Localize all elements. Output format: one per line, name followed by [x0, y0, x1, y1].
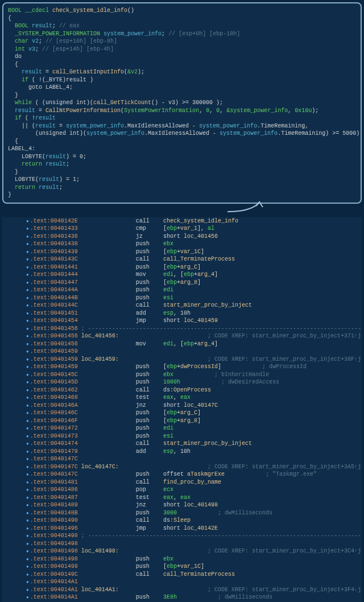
disasm-line[interactable]: .text:00401487 test eax, eax: [2, 494, 362, 502]
code-line[interactable]: while ( (unsigned int)(call_GetTickCount…: [8, 99, 356, 107]
code-line[interactable]: do: [8, 53, 356, 61]
disasm-line[interactable]: .text:00401454 jmp short loc_401459: [2, 317, 362, 325]
disasm-line[interactable]: .text:00401459: [2, 348, 362, 356]
code-line[interactable]: {: [8, 15, 356, 23]
disasm-line[interactable]: .text:0040147C push offset aTaskmgrExe ;…: [2, 471, 362, 479]
separator-line: .text:00401456 ; -----------------------…: [2, 325, 362, 333]
disasm-line[interactable]: .text:00401489 jnz short loc_401498: [2, 501, 362, 509]
code-line[interactable]: BOOL result; // eax: [8, 22, 356, 30]
disasm-line[interactable]: .text:00401499 push [ebp+var_1C]: [2, 563, 362, 571]
code-line[interactable]: || (result = system_power_info.MaxIdlene…: [8, 122, 356, 130]
disasm-line[interactable]: .text:004014A1 push 3E8h ; dwMillisecond…: [2, 593, 362, 601]
code-line[interactable]: if ( !result: [8, 114, 356, 122]
disasm-line[interactable]: .text:00401481 call find_proc_by_name: [2, 479, 362, 486]
disasm-label[interactable]: .text:004014A1 loc_4014A1: ; CODE XREF: …: [2, 586, 362, 594]
disasm-label[interactable]: .text:00401456 loc_401456: ; CODE XREF: …: [2, 332, 362, 340]
code-line[interactable]: LOBYTE(result) = 0;: [8, 153, 356, 161]
disasm-line[interactable]: .text:00401474 call start_miner_proc_by_…: [2, 440, 362, 448]
disasm-line[interactable]: .text:00401473 push esi: [2, 432, 362, 440]
code-line[interactable]: int v3; // [esp+14h] [ebp-4h]: [8, 46, 356, 53]
disasm-line[interactable]: .text:0040144C call start_miner_proc_by_…: [2, 302, 362, 310]
disasm-line[interactable]: .text:00401490 call ds:Sleep: [2, 517, 362, 525]
code-line[interactable]: LABEL_4:: [8, 145, 356, 153]
code-line[interactable]: _SYSTEM_POWER_INFORMATION system_power_i…: [8, 30, 356, 38]
disasm-line[interactable]: .text:00401459 push [ebp+dwProcessId] ; …: [2, 363, 362, 371]
code-line[interactable]: {: [8, 138, 356, 146]
callout-arrow-icon: [228, 200, 273, 215]
disasm-label[interactable]: .text:00401459 loc_401459: ; CODE XREF: …: [2, 356, 362, 364]
disasm-line[interactable]: .text:0040146A jnz short loc_40147C: [2, 402, 362, 410]
disasm-line[interactable]: .text:0040142E call check_system_idle_in…: [2, 217, 362, 225]
code-line[interactable]: result = call_GetLastInputInfo(&v2);: [8, 68, 356, 76]
decompiled-code-panel: BOOL __cdecl check_system_idle_info(){ B…: [2, 2, 362, 204]
separator-line: .text:00401498 ; -----------------------…: [2, 532, 362, 540]
code-line[interactable]: }: [8, 92, 356, 100]
disasm-line[interactable]: .text:00401496 jmp short loc_40142E: [2, 525, 362, 533]
disasm-line[interactable]: .text:00401447 push [ebp+arg_8]: [2, 279, 362, 287]
disasm-line[interactable]: .text:00401462 call ds:OpenProcess: [2, 386, 362, 394]
disasm-line[interactable]: .text:00401439 push [ebp+var_1C]: [2, 248, 362, 256]
code-line[interactable]: char v2; // [esp+10h] [ebp-8h]: [8, 38, 356, 46]
disassembly-listing: .text:0040142E call check_system_idle_in…: [2, 217, 362, 603]
disasm-line[interactable]: .text:00401451 add esp, 10h: [2, 310, 362, 318]
disasm-line[interactable]: .text:0040148B push 3000 ; dwMillisecond…: [2, 509, 362, 517]
disasm-line[interactable]: .text:0040149C call call_TerminateProces…: [2, 571, 362, 579]
disasm-line[interactable]: .text:00401498: [2, 540, 362, 548]
code-line[interactable]: goto LABEL_4;: [8, 84, 356, 92]
disasm-label[interactable]: .text:0040147C loc_40147C: ; CODE XREF: …: [2, 463, 362, 471]
disasm-line[interactable]: .text:00401438 push ebx: [2, 240, 362, 248]
code-line[interactable]: }: [8, 168, 356, 176]
disasm-label[interactable]: .text:00401498 loc_401498: ; CODE XREF: …: [2, 547, 362, 555]
disasm-line[interactable]: .text:00401479 add esp, 10h: [2, 448, 362, 456]
disasm-line[interactable]: .text:0040146C push [ebp+arg_C]: [2, 409, 362, 417]
func-signature[interactable]: BOOL __cdecl check_system_idle_info(): [8, 7, 356, 15]
disasm-line[interactable]: .text:00401456 mov edi, [ebp+arg_4]: [2, 340, 362, 348]
disasm-line[interactable]: .text:00401444 mov edi, [ebp+arg_4]: [2, 271, 362, 279]
disasm-line[interactable]: .text:00401436 jz short loc_401456: [2, 233, 362, 241]
disasm-line[interactable]: .text:0040145D push 1000h ; dwDesiredAcc…: [2, 378, 362, 386]
disasm-line[interactable]: .text:0040144B push esi: [2, 294, 362, 302]
disasm-line[interactable]: .text:00401468 test eax, eax: [2, 394, 362, 402]
disasm-line[interactable]: .text:00401441 push [ebp+arg_C]: [2, 263, 362, 271]
code-line[interactable]: (unsigned int)(system_power_info.MaxIdle…: [8, 130, 356, 138]
code-line[interactable]: LOBYTE(result) = 1;: [8, 176, 356, 184]
code-line[interactable]: result = CallNtPowerInformation(SystemPo…: [8, 107, 356, 115]
disasm-line[interactable]: .text:0040147C: [2, 455, 362, 463]
disasm-line[interactable]: .text:00401433 cmp [ebp+var_1], al: [2, 225, 362, 233]
code-line[interactable]: return result;: [8, 160, 356, 168]
code-line[interactable]: }: [8, 191, 356, 199]
disasm-line[interactable]: .text:0040146F push [ebp+arg_8]: [2, 417, 362, 425]
code-line[interactable]: return result;: [8, 184, 356, 192]
code-line[interactable]: if ( !(_BYTE)result ): [8, 76, 356, 84]
code-line[interactable]: {: [8, 61, 356, 69]
disasm-line[interactable]: .text:004014A1: [2, 578, 362, 586]
disasm-line[interactable]: .text:0040144A push edi: [2, 286, 362, 294]
disasm-line[interactable]: .text:0040143C call call_TerminateProces…: [2, 255, 362, 263]
disasm-line[interactable]: .text:00401498 push ebx: [2, 555, 362, 563]
disasm-line[interactable]: .text:00401472 push edi: [2, 424, 362, 432]
arrow-callout: [0, 206, 364, 217]
disasm-line[interactable]: .text:00401486 pop ecx: [2, 486, 362, 494]
disasm-line[interactable]: .text:0040145C push ebx ; bInheritHandle: [2, 371, 362, 379]
